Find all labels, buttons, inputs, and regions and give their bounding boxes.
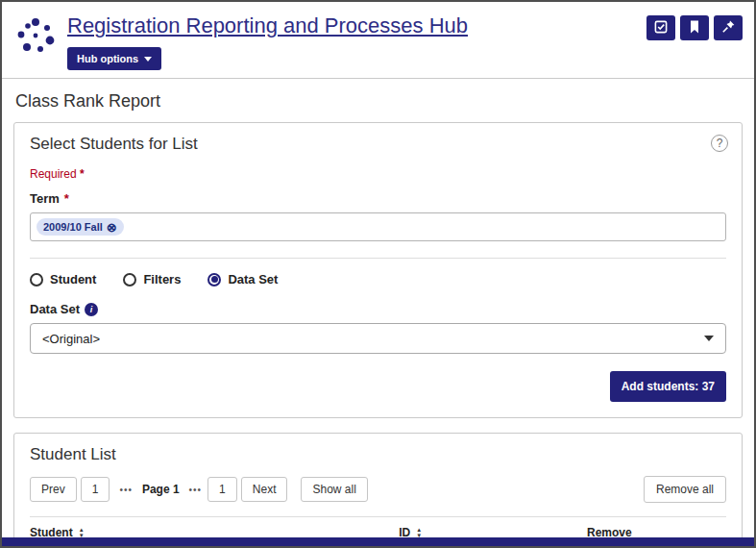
prev-page-button[interactable]: Prev — [30, 477, 77, 502]
select-panel-title: Select Students for List — [30, 135, 726, 154]
term-input[interactable]: 2009/10 Fall ⊗ — [30, 212, 726, 241]
bookmark-button[interactable] — [680, 15, 709, 40]
data-set-label-text: Data Set — [30, 302, 80, 316]
help-icon[interactable]: ? — [711, 135, 728, 152]
check-square-icon — [653, 19, 669, 37]
data-set-selected-value: <Original> — [42, 332, 100, 346]
add-students-row: Add students: 37 — [30, 371, 726, 402]
term-required-star: * — [64, 191, 69, 206]
app-logo-icon — [15, 15, 56, 56]
chevron-down-icon — [144, 57, 152, 62]
student-list-title: Student List — [30, 445, 726, 464]
current-page-label: Page 1 — [142, 483, 180, 496]
radio-student[interactable]: Student — [30, 272, 96, 286]
radio-data-set[interactable]: Data Set — [207, 272, 278, 286]
required-note: Required * — [30, 167, 726, 181]
add-students-button[interactable]: Add students: 37 — [610, 371, 726, 402]
radio-circle — [30, 273, 43, 286]
student-list-panel: Student List Prev 1 ••• Page 1 ••• 1 Nex… — [13, 433, 743, 548]
required-star: * — [80, 167, 85, 181]
data-set-select[interactable]: <Original> — [30, 323, 726, 354]
report-queue-button[interactable] — [646, 15, 675, 40]
radio-student-label: Student — [50, 272, 96, 286]
selection-mode-radios: Student Filters Data Set — [30, 272, 726, 286]
radio-filters-label: Filters — [143, 272, 181, 286]
hub-options-button[interactable]: Hub options — [67, 47, 161, 70]
show-all-button[interactable]: Show all — [301, 477, 367, 502]
radio-circle — [123, 273, 136, 286]
data-set-label: Data Set i — [30, 302, 726, 316]
term-label-text: Term — [30, 191, 60, 206]
hub-title-link[interactable]: Registration Reporting and Processes Hub — [67, 13, 468, 38]
bookmark-icon — [687, 19, 702, 37]
chevron-down-icon — [704, 336, 714, 341]
header-actions — [646, 15, 743, 40]
header-main: Registration Reporting and Processes Hub… — [67, 13, 646, 70]
page-1-button-right[interactable]: 1 — [207, 477, 237, 502]
ellipsis-right: ••• — [189, 485, 203, 495]
radio-circle-selected — [207, 273, 221, 286]
pin-button[interactable] — [714, 15, 743, 40]
page-1-button[interactable]: 1 — [81, 477, 110, 502]
next-page-button[interactable]: Next — [241, 477, 288, 502]
bottom-bar — [2, 537, 754, 546]
required-label: Required — [30, 167, 77, 181]
radio-data-set-label: Data Set — [228, 272, 278, 286]
pin-icon — [720, 19, 736, 37]
remove-all-button[interactable]: Remove all — [644, 476, 726, 503]
ellipsis-left: ••• — [119, 485, 133, 495]
app-window: Registration Reporting and Processes Hub… — [0, 0, 756, 548]
panel-divider — [30, 258, 726, 259]
term-chip-label: 2009/10 Fall — [43, 221, 103, 233]
header-divider — [2, 78, 754, 79]
term-label: Term * — [30, 191, 726, 206]
hub-options-label: Hub options — [77, 53, 138, 64]
chip-remove-icon[interactable]: ⊗ — [107, 222, 117, 233]
term-chip: 2009/10 Fall ⊗ — [37, 218, 124, 236]
pagination-row: Prev 1 ••• Page 1 ••• 1 Next Show all Re… — [30, 476, 726, 503]
header: Registration Reporting and Processes Hub… — [2, 2, 754, 78]
info-icon[interactable]: i — [85, 303, 98, 316]
select-students-panel: Select Students for List ? Required * Te… — [13, 122, 743, 418]
page-title: Class Rank Report — [15, 91, 741, 112]
radio-filters[interactable]: Filters — [123, 272, 181, 286]
